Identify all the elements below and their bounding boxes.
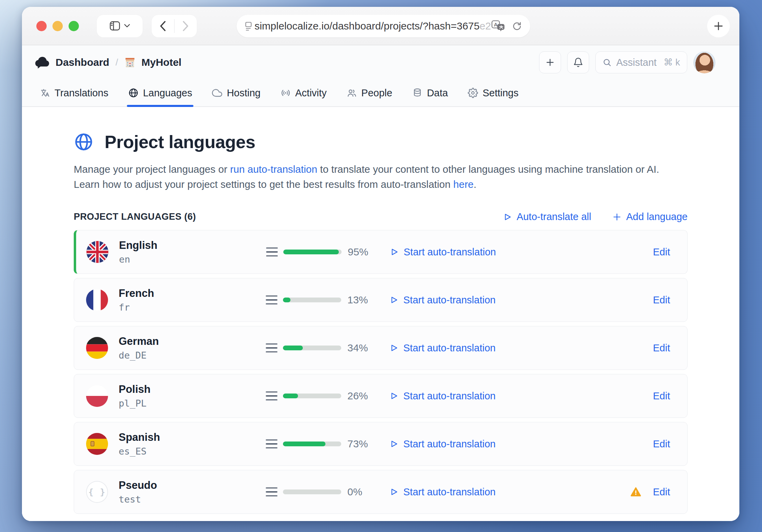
language-name: English: [119, 239, 266, 252]
language-name: Polish: [119, 383, 266, 396]
breadcrumb: Dashboard / H MyHotel: [22, 45, 739, 80]
tab-people[interactable]: People: [347, 80, 392, 106]
back-button[interactable]: [152, 15, 174, 37]
play-icon: [389, 391, 398, 400]
search-shortcut: ⌘ k: [664, 57, 680, 68]
start-auto-translation-link[interactable]: Start auto-translation: [379, 438, 653, 450]
plus-icon: [545, 58, 555, 67]
url-text: simplelocalize.io/dashboard/projects/?ha…: [254, 20, 491, 32]
assistant-search-input[interactable]: Assistant ⌘ k: [595, 51, 687, 73]
tab-label: Activity: [295, 87, 327, 99]
address-bar[interactable]: simplelocalize.io/dashboard/projects/?ha…: [237, 15, 530, 37]
forward-icon: [182, 21, 189, 31]
search-icon: [603, 58, 611, 67]
zoom-window-button[interactable]: [69, 21, 79, 31]
tab-label: Settings: [483, 87, 519, 99]
plus-icon: [612, 213, 621, 221]
svg-text:H: H: [129, 62, 131, 65]
language-name: French: [119, 287, 266, 300]
tab-languages[interactable]: Languages: [128, 80, 192, 106]
pseudo-braces-icon: { }: [86, 481, 108, 503]
language-row-spanish: Spanishes_ES 73% Start auto-translation …: [74, 422, 688, 466]
edit-link[interactable]: Edit: [653, 438, 670, 450]
start-auto-translation-link[interactable]: Start auto-translation: [379, 486, 630, 498]
minimize-window-button[interactable]: [52, 21, 63, 31]
auto-translate-all-label: Auto-translate all: [516, 211, 591, 222]
play-icon: [389, 295, 398, 304]
progress-percent: 26%: [341, 390, 379, 402]
edit-link[interactable]: Edit: [653, 294, 670, 306]
language-row-french: Frenchfr 13% Start auto-translation Edit: [74, 278, 688, 322]
sidebar-icon: [110, 21, 120, 31]
start-auto-translation-link[interactable]: Start auto-translation: [379, 294, 653, 306]
progress-bar: [283, 394, 341, 398]
drag-handle[interactable]: [266, 487, 283, 497]
run-auto-translation-link[interactable]: run auto-translation: [230, 164, 317, 175]
drag-handle[interactable]: [266, 295, 283, 305]
tab-label: Translations: [55, 87, 108, 99]
language-name: Spanish: [119, 431, 266, 444]
drag-handle[interactable]: [266, 343, 283, 353]
tab-label: Languages: [143, 87, 192, 99]
edit-link[interactable]: Edit: [653, 390, 670, 402]
progress-percent: 73%: [341, 438, 379, 450]
language-code: en: [119, 254, 266, 265]
project-tabs: Translations Languages Hosting Activ: [22, 80, 739, 107]
start-auto-translation-link[interactable]: Start auto-translation: [379, 342, 653, 354]
forward-button[interactable]: [175, 15, 197, 37]
new-tab-button[interactable]: [707, 15, 730, 37]
breadcrumb-dashboard[interactable]: Dashboard: [56, 57, 109, 68]
tab-hosting[interactable]: Hosting: [212, 80, 260, 106]
progress-bar: [283, 442, 341, 446]
flag-united-kingdom: [86, 241, 108, 263]
language-code: de_DE: [119, 350, 266, 361]
auto-translate-all-button[interactable]: Auto-translate all: [503, 211, 591, 222]
drag-handle[interactable]: [266, 439, 283, 449]
back-icon: [160, 21, 166, 31]
tab-activity[interactable]: Activity: [281, 80, 327, 106]
play-icon: [503, 213, 512, 221]
progress-fill: [283, 298, 290, 302]
translate-icon: [40, 88, 50, 98]
flag-germany: [86, 337, 108, 359]
reload-icon[interactable]: [512, 21, 522, 31]
tab-data[interactable]: Data: [412, 80, 448, 106]
drag-handle[interactable]: [266, 247, 283, 257]
start-auto-translation-link[interactable]: Start auto-translation: [379, 390, 653, 402]
tab-label: Data: [427, 87, 448, 99]
page-description: Manage your project languages or run aut…: [74, 162, 688, 192]
tab-settings[interactable]: Settings: [468, 80, 519, 106]
close-window-button[interactable]: [36, 21, 47, 31]
user-avatar[interactable]: [693, 51, 715, 73]
warning-icon: [630, 486, 641, 497]
braces-glyph: { }: [88, 487, 106, 497]
page-title: Project languages: [105, 132, 255, 152]
play-icon: [389, 439, 398, 448]
sidebar-toggle-button[interactable]: [97, 15, 143, 37]
breadcrumb-project[interactable]: MyHotel: [141, 57, 181, 68]
language-row-polish: Polishpl_PL 26% Start auto-translation E…: [74, 374, 688, 418]
notifications-button[interactable]: [567, 51, 589, 73]
translate-page-icon[interactable]: A: [491, 20, 505, 32]
language-row-pseudo: { } Pseudotest 0% Start auto-translation…: [74, 470, 688, 514]
language-name: Pseudo: [119, 479, 266, 492]
start-auto-translation-label: Start auto-translation: [403, 486, 496, 498]
tab-translations[interactable]: Translations: [40, 80, 108, 106]
edit-link[interactable]: Edit: [653, 246, 670, 258]
intro-text: Manage your project languages or: [74, 164, 230, 175]
progress-fill: [283, 442, 325, 446]
edit-link[interactable]: Edit: [653, 486, 670, 498]
language-code: fr: [119, 302, 266, 313]
start-auto-translation-link[interactable]: Start auto-translation: [379, 246, 653, 258]
nav-buttons: [152, 15, 197, 37]
section-title: PROJECT LANGUAGES (6): [74, 211, 196, 222]
here-link[interactable]: here: [453, 179, 474, 190]
broadcast-icon: [281, 88, 291, 98]
start-auto-translation-label: Start auto-translation: [403, 342, 496, 354]
people-icon: [347, 88, 357, 98]
drag-handle[interactable]: [266, 391, 283, 401]
progress-percent: 95%: [342, 246, 379, 258]
edit-link[interactable]: Edit: [653, 342, 670, 354]
add-project-button[interactable]: [539, 51, 561, 73]
add-language-button[interactable]: Add language: [612, 211, 688, 222]
